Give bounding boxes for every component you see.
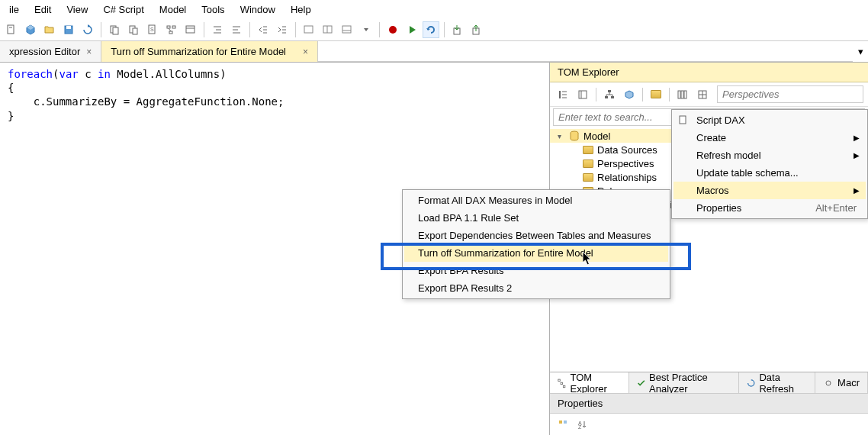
ctx-create[interactable]: Create ▶	[674, 129, 866, 147]
tab-label: TOM Explorer	[570, 372, 620, 395]
svg-rect-56	[558, 379, 560, 381]
tom-toolbar	[550, 82, 868, 107]
ctx-script-dax[interactable]: Script DAX	[674, 111, 866, 129]
svg-rect-61	[564, 420, 567, 424]
view-detail-icon[interactable]	[574, 86, 591, 103]
tab-tom-explorer[interactable]: TOM Explorer	[550, 372, 629, 393]
svg-rect-50	[681, 91, 683, 98]
export-icon[interactable]	[468, 21, 485, 38]
menu-tools[interactable]: Tools	[194, 2, 232, 18]
script-icon[interactable]: S	[144, 21, 161, 38]
macro-export-bpa2[interactable]: Export BPA Results 2	[404, 279, 668, 297]
macro-turnoff-summarization[interactable]: Turn off Summarization for Entire Model	[404, 244, 668, 262]
menu-edit[interactable]: Edit	[27, 2, 59, 18]
svg-rect-57	[561, 382, 562, 384]
panel1-icon[interactable]	[301, 21, 317, 38]
svg-rect-12	[169, 31, 172, 34]
dropdown-icon[interactable]	[358, 21, 375, 38]
svg-text:S: S	[150, 27, 154, 32]
tree-label: Perspectives	[597, 158, 654, 169]
hierarchy-icon[interactable]	[601, 86, 618, 103]
perspectives-input[interactable]	[717, 85, 863, 103]
menu-file[interactable]: ile	[2, 2, 27, 18]
tab-label: Best Practice Analyzer	[649, 372, 731, 395]
svg-rect-40	[579, 91, 587, 98]
import-icon[interactable]	[449, 21, 466, 38]
record-icon[interactable]	[384, 21, 401, 38]
indent-icon[interactable]	[274, 21, 291, 38]
open-icon[interactable]	[41, 21, 58, 38]
tab-bpa[interactable]: Best Practice Analyzer	[629, 372, 739, 393]
tab-expression-editor[interactable]: xpression Editor ×	[0, 41, 101, 62]
panel-title: TOM Explorer	[550, 63, 868, 82]
shortcut-label: Alt+Enter	[815, 202, 857, 214]
ctx-macros[interactable]: Macros ▶	[674, 182, 866, 199]
properties-panel: Properties AZ	[550, 393, 868, 435]
folder-icon	[582, 171, 594, 183]
folder-icon	[582, 143, 594, 156]
menubar: ile Edit View C# Script Model Tools Wind…	[0, 0, 868, 18]
main-toolbar: S	[0, 18, 868, 41]
indent-right-icon[interactable]	[228, 21, 245, 38]
svg-rect-3	[66, 26, 71, 29]
categorize-icon[interactable]	[555, 416, 571, 433]
menu-model[interactable]: Model	[152, 2, 194, 18]
menu-window[interactable]: Window	[233, 2, 283, 18]
tree-label: Data Sources	[597, 144, 657, 156]
tab-label: xpression Editor	[9, 46, 80, 57]
macro-load-bpa[interactable]: Load BPA 1.1 Rule Set	[404, 209, 668, 227]
svg-rect-14	[186, 26, 194, 33]
cube-icon[interactable]	[22, 21, 39, 38]
grid-icon[interactable]	[694, 86, 711, 103]
ctx-label: Refresh model	[696, 150, 761, 161]
svg-line-13	[169, 28, 171, 31]
code-editor[interactable]: foreach(var c in Model.AllColumns) { c.S…	[0, 63, 549, 127]
close-icon[interactable]: ×	[86, 47, 92, 57]
indent-left-icon[interactable]	[209, 21, 226, 38]
new-file-icon[interactable]	[3, 21, 20, 38]
tab-dropdown-icon[interactable]: ▾	[853, 41, 868, 62]
view-list-icon[interactable]	[555, 86, 571, 103]
folder-icon[interactable]	[648, 86, 664, 103]
macro-format-dax[interactable]: Format All DAX Measures in Model	[404, 192, 668, 209]
undo-icon[interactable]	[423, 21, 439, 38]
check-icon	[637, 378, 646, 388]
submenu-arrow-icon: ▶	[854, 186, 860, 195]
close-icon[interactable]: ×	[303, 47, 308, 57]
copy-icon[interactable]	[106, 21, 123, 38]
svg-rect-31	[342, 26, 351, 33]
sort-icon[interactable]: AZ	[574, 416, 590, 433]
menu-csharp-script[interactable]: C# Script	[95, 2, 151, 18]
ctx-label: Script DAX	[696, 114, 745, 126]
tab-datarefresh[interactable]: Data Refresh	[739, 372, 815, 393]
ctx-label: Macros	[696, 185, 729, 196]
tree-icon[interactable]	[163, 21, 180, 38]
menu-view[interactable]: View	[59, 2, 95, 18]
svg-rect-10	[167, 26, 170, 28]
panel3-icon[interactable]	[339, 21, 355, 38]
columns-icon[interactable]	[674, 86, 691, 103]
window-icon[interactable]	[182, 21, 199, 38]
macro-export-bpa[interactable]: Export BPA Results	[404, 262, 668, 279]
paste-icon[interactable]	[125, 21, 142, 38]
expand-icon[interactable]: ▾	[558, 132, 565, 140]
tree-icon	[558, 378, 566, 388]
database-icon	[568, 130, 580, 142]
document-tabs: xpression Editor × Turn off Summarizatio…	[0, 41, 868, 63]
ctx-refresh-model[interactable]: Refresh model ▶	[674, 147, 866, 164]
ctx-properties[interactable]: Properties Alt+Enter	[674, 199, 866, 217]
menu-help[interactable]: Help	[283, 2, 319, 18]
outdent-icon[interactable]	[255, 21, 272, 38]
tab-macros[interactable]: Macr	[815, 372, 868, 393]
svg-rect-51	[684, 91, 686, 98]
panel2-icon[interactable]	[320, 21, 336, 38]
play-icon[interactable]	[403, 21, 420, 38]
cube-small-icon[interactable]	[621, 86, 638, 103]
folder-icon	[582, 157, 594, 169]
tab-turnoff-summarization[interactable]: Turn off Summarization for Entire Model …	[101, 41, 318, 62]
svg-rect-36	[559, 91, 561, 98]
refresh-icon[interactable]	[79, 21, 96, 38]
save-icon[interactable]	[60, 21, 77, 38]
macro-export-deps[interactable]: Export Dependencies Between Tables and M…	[404, 227, 668, 244]
ctx-update-schema[interactable]: Update table schema...	[674, 164, 866, 182]
